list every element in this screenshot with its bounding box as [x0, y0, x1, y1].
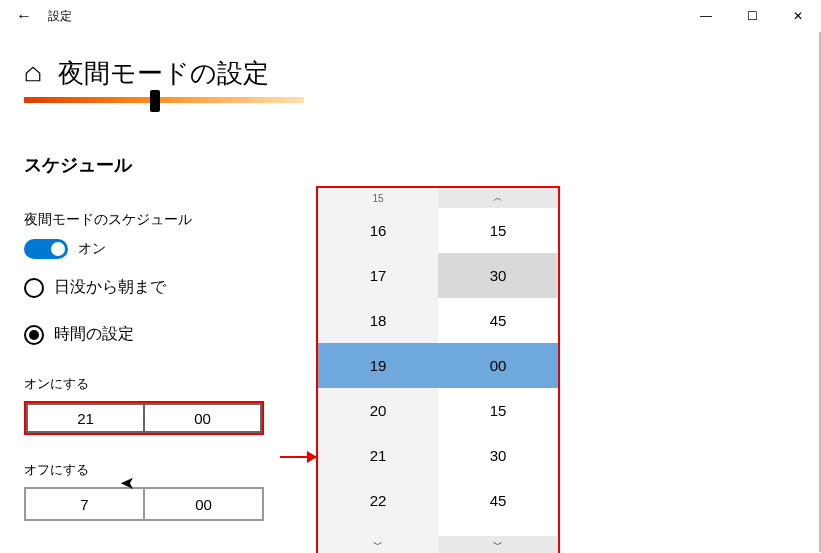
radio-hours-label: 時間の設定	[54, 324, 134, 345]
schedule-toggle[interactable]	[24, 239, 68, 259]
turn-on-hour[interactable]: 21	[26, 403, 145, 433]
titlebar: ← 設定 — ☐ ✕	[0, 0, 821, 32]
picker-minute-item[interactable]: 15	[438, 388, 558, 433]
picker-minute-item[interactable]: 30	[438, 433, 558, 478]
picker-hour-column[interactable]: 16 17 18 19 20 21 22	[318, 208, 438, 536]
picker-hour-item[interactable]: 20	[318, 388, 438, 433]
picker-minute-item[interactable]: 30	[438, 253, 558, 298]
picker-body: 16 17 18 19 20 21 22 15 30 45 00 15 30 4…	[318, 208, 558, 536]
picker-scroll-down-row: ﹀ ﹀	[318, 536, 558, 553]
picker-minute-item[interactable]: 45	[438, 298, 558, 343]
picker-hour-item[interactable]: 21	[318, 433, 438, 478]
callout-arrow-icon	[280, 456, 316, 458]
page-body: 夜間モードの設定 スケジュール 夜間モードのスケジュール オン 日没から朝まで …	[0, 56, 821, 521]
picker-minute-item[interactable]: 15	[438, 208, 558, 253]
picker-hour-item[interactable]: 17	[318, 253, 438, 298]
picker-minute-down[interactable]: ﹀	[438, 536, 558, 553]
radio-sunset-label: 日没から朝まで	[54, 277, 166, 298]
slider-thumb[interactable]	[150, 90, 160, 112]
picker-hour-item[interactable]: 22	[318, 478, 438, 523]
minimize-button[interactable]: —	[683, 0, 729, 32]
turn-off-time-box: 7 00	[24, 487, 264, 521]
turn-on-minute[interactable]: 00	[143, 403, 262, 433]
back-button[interactable]: ←	[0, 7, 48, 25]
slider-track	[24, 97, 304, 103]
time-picker-popup: 15 ︿ 16 17 18 19 20 21 22 15 30 45 00 15…	[316, 186, 560, 553]
toggle-knob	[51, 242, 65, 256]
radio-hours[interactable]	[24, 325, 44, 345]
picker-bottom: ﹀ ﹀ ✓ ✕	[318, 536, 558, 553]
maximize-button[interactable]: ☐	[729, 0, 775, 32]
turn-off-hour[interactable]: 7	[24, 487, 145, 521]
page-title: 夜間モードの設定	[58, 56, 269, 91]
home-icon[interactable]	[24, 65, 42, 83]
turn-off-minute[interactable]: 00	[143, 487, 264, 521]
schedule-section-title: スケジュール	[24, 153, 797, 177]
turn-on-time-box: 21 00	[24, 401, 264, 435]
picker-minute-column[interactable]: 15 30 45 00 15 30 45	[438, 208, 558, 536]
window-title: 設定	[48, 8, 72, 25]
picker-hour-peek: 15	[318, 188, 438, 208]
picker-hour-down[interactable]: ﹀	[318, 536, 438, 553]
picker-hour-item-selected[interactable]: 19	[318, 343, 438, 388]
window-controls: — ☐ ✕	[683, 0, 821, 32]
picker-scroll-up-row: 15 ︿	[318, 188, 558, 208]
radio-sunset[interactable]	[24, 278, 44, 298]
page-header: 夜間モードの設定	[24, 56, 797, 91]
picker-hour-item[interactable]: 16	[318, 208, 438, 253]
schedule-toggle-label: オン	[78, 240, 106, 258]
picker-hour-item[interactable]: 18	[318, 298, 438, 343]
picker-minute-item[interactable]: 45	[438, 478, 558, 523]
picker-minute-up[interactable]: ︿	[438, 188, 558, 208]
picker-minute-item-selected[interactable]: 00	[438, 343, 558, 388]
color-temperature-slider[interactable]	[24, 97, 304, 103]
close-button[interactable]: ✕	[775, 0, 821, 32]
